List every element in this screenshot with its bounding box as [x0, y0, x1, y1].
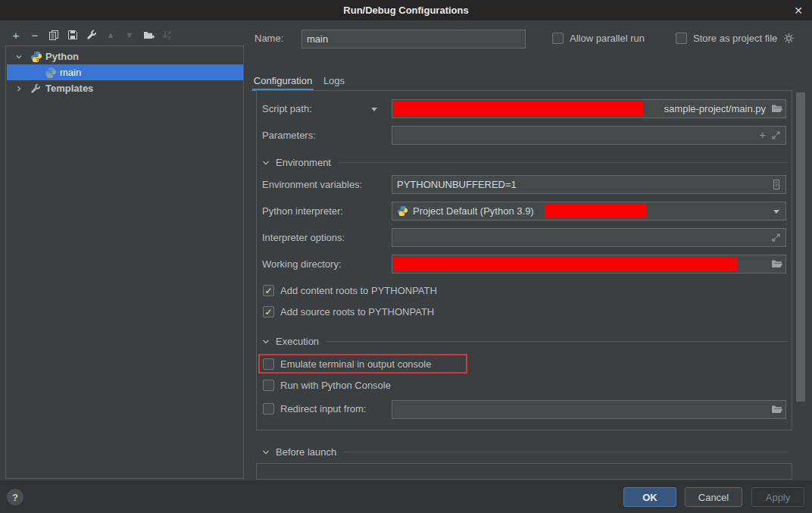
configurations-toolbar: + − ▲ ▼ az [9, 28, 174, 42]
redirect-input-label: Redirect input from: [280, 403, 366, 414]
cancel-button[interactable]: Cancel [685, 487, 742, 507]
folder-icon[interactable] [771, 259, 782, 269]
svg-text:a: a [168, 30, 171, 35]
environment-variables-value: PYTHONUNBUFFERED=1 [397, 179, 517, 190]
move-down-button[interactable]: ▼ [123, 28, 136, 42]
tree-item-templates[interactable]: Templates [7, 80, 243, 96]
working-directory-label: Working directory: [262, 258, 342, 270]
python-interpreter-label: Python interpreter: [262, 205, 343, 217]
plus-icon: + [13, 29, 20, 42]
save-icon [67, 30, 78, 40]
chevron-down-icon[interactable] [773, 210, 779, 214]
store-as-project-file-label: Store as project file [693, 33, 777, 44]
redirect-input-row: Redirect input from: [263, 403, 366, 414]
python-icon [30, 51, 42, 63]
insert-macros-icon[interactable]: + [759, 128, 766, 141]
add-configuration-button[interactable]: + [9, 28, 23, 42]
check-icon: ✓ [264, 308, 272, 317]
execution-section-header[interactable]: Execution [262, 336, 788, 347]
sort-alphabetically-icon[interactable]: az [161, 28, 174, 42]
chevron-down-icon[interactable] [15, 53, 24, 61]
name-input[interactable]: main [301, 30, 526, 48]
save-configuration-button[interactable] [66, 28, 80, 42]
python-icon [45, 67, 57, 79]
vertical-scrollbar[interactable] [796, 92, 805, 402]
store-as-project-file-checkbox[interactable] [676, 33, 687, 44]
name-value: main [307, 33, 328, 45]
redirect-input-file-input[interactable] [392, 400, 786, 419]
section-collapse-icon[interactable] [262, 159, 270, 167]
store-as-project-file-row: Store as project file [676, 33, 795, 44]
check-icon: ✓ [264, 286, 272, 296]
add-content-roots-row: ✓ Add content roots to PYTHONPATH [263, 285, 437, 296]
apply-button[interactable]: Apply [751, 487, 804, 507]
environment-variables-input[interactable]: PYTHONUNBUFFERED=1 [392, 175, 786, 194]
copy-configuration-button[interactable] [47, 28, 61, 42]
interpreter-options-input[interactable] [392, 228, 786, 247]
ok-button[interactable]: OK [623, 487, 676, 507]
add-source-roots-checkbox[interactable]: ✓ [263, 306, 274, 317]
svg-text:z: z [168, 35, 170, 40]
expand-field-icon[interactable] [771, 233, 781, 242]
script-path-label: Script path: [262, 103, 312, 114]
add-source-roots-row: ✓ Add source roots to PYTHONPATH [263, 306, 434, 317]
new-folder-icon [143, 30, 155, 40]
script-path-mode-dropdown-icon[interactable] [371, 108, 377, 111]
run-with-python-console-checkbox[interactable] [263, 380, 274, 391]
emulate-terminal-label: Emulate terminal in output console [280, 358, 431, 370]
browse-variables-icon[interactable] [771, 179, 782, 190]
cancel-label: Cancel [698, 492, 729, 503]
section-divider [326, 341, 788, 342]
edit-templates-button[interactable] [85, 28, 98, 42]
arrow-up-icon: ▲ [107, 30, 115, 39]
tab-label: Configuration [254, 75, 312, 86]
run-debug-configurations-dialog: Run/Debug Configurations ✕ + − ▲ ▼ az [0, 0, 812, 513]
close-icon[interactable]: ✕ [794, 0, 803, 20]
wrench-icon [30, 83, 42, 95]
tab-logs[interactable]: Logs [314, 72, 354, 89]
run-with-python-console-label: Run with Python Console [280, 380, 391, 391]
environment-section-header[interactable]: Environment [262, 157, 788, 168]
tab-configuration[interactable]: Configuration [252, 72, 314, 89]
folder-icon[interactable] [771, 405, 782, 414]
redaction-block [545, 204, 647, 218]
run-with-python-console-row: Run with Python Console [263, 380, 391, 391]
tree-item-label: Templates [45, 83, 93, 94]
minus-icon: − [32, 29, 39, 42]
remove-configuration-button[interactable]: − [28, 28, 42, 42]
redirect-input-checkbox[interactable] [263, 403, 274, 414]
python-icon [397, 205, 408, 217]
redaction-block [393, 257, 738, 271]
ok-label: OK [642, 492, 657, 503]
folder-icon[interactable] [771, 104, 782, 114]
section-title: Environment [276, 157, 331, 168]
copy-icon [48, 30, 59, 40]
section-collapse-icon[interactable] [262, 449, 270, 456]
create-folder-button[interactable] [142, 28, 155, 42]
parameters-input[interactable]: + [392, 126, 786, 145]
tree-item-python[interactable]: Python [7, 48, 243, 64]
apply-label: Apply [766, 492, 791, 503]
before-launch-task-list[interactable] [256, 463, 792, 480]
parameters-label: Parameters: [262, 130, 316, 141]
expand-field-icon[interactable] [771, 130, 781, 140]
add-source-roots-label: Add source roots to PYTHONPATH [280, 306, 434, 317]
allow-parallel-run-checkbox[interactable] [552, 33, 564, 44]
help-button[interactable]: ? [7, 489, 23, 505]
working-directory-input[interactable] [392, 255, 786, 274]
tree-item-label: Python [45, 51, 79, 62]
section-collapse-icon[interactable] [262, 338, 270, 346]
redaction-block [393, 102, 643, 116]
section-title: Before launch [276, 446, 336, 458]
python-interpreter-value: Project Default (Python 3.9) [413, 205, 534, 217]
python-interpreter-select[interactable]: Project Default (Python 3.9) [392, 202, 786, 221]
add-content-roots-checkbox[interactable]: ✓ [263, 285, 274, 296]
gear-icon[interactable] [783, 33, 795, 44]
tree-item-main[interactable]: main [7, 64, 243, 80]
script-path-input[interactable]: sample-project/main.py [392, 99, 786, 118]
emulate-terminal-checkbox[interactable] [263, 358, 274, 370]
allow-parallel-run-label: Allow parallel run [570, 33, 645, 44]
move-up-button[interactable]: ▲ [104, 28, 117, 42]
chevron-right-icon[interactable] [15, 85, 24, 92]
before-launch-section-header[interactable]: Before launch [262, 446, 788, 458]
